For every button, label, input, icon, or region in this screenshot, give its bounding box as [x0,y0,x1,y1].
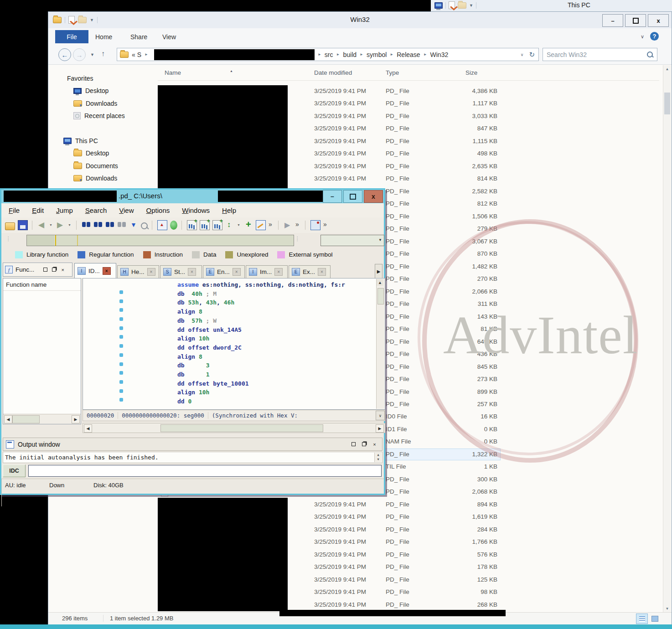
menu-help[interactable]: Help [222,206,236,214]
table-row[interactable]: 3/25/2019 9:41 PMPD_ File814 KB [48,173,663,185]
tab-file[interactable]: File [55,30,88,43]
table-row[interactable]: 3/25/2019 9:41 PMPD_ File1,117 KB [48,98,663,110]
breadcrumb-item[interactable]: symbol [367,51,387,58]
idc-button[interactable]: IDC [3,464,26,477]
tab-share[interactable]: Share [130,30,147,43]
back-button[interactable]: ← [58,48,71,61]
properties-icon[interactable] [449,1,455,9]
column-size[interactable]: Size [465,69,477,76]
output-log[interactable]: The initial autoanalysis has been finish… [3,452,383,463]
jump-down-arrow-icon[interactable] [129,221,138,230]
dropdown-icon[interactable] [237,221,241,230]
menu-options[interactable]: Options [146,206,170,214]
tabs-overflow-icon[interactable]: ▶ [375,264,383,278]
scroll-left-icon[interactable]: ◀ [84,424,92,433]
forward-button[interactable]: → [73,48,86,61]
table-row[interactable]: 3/25/2019 9:41 PMPD_ File178 KB [48,561,663,573]
scrollbar-thumb[interactable] [12,415,40,423]
debug-play-icon[interactable] [284,221,293,230]
table-row[interactable]: 3/25/2019 9:41 PMPD_ File98 KB [48,586,663,598]
scroll-up-icon[interactable]: ▲ [663,65,671,73]
maximize-button[interactable] [343,190,362,203]
close-button[interactable]: x [364,190,383,203]
tab-close-icon[interactable]: × [103,267,111,275]
binoc-icon[interactable] [105,221,114,230]
table-row[interactable]: 3/25/2019 9:41 PMPD_ File284 KB [48,524,663,536]
sync-dropdown-icon[interactable]: ∨ [376,411,385,420]
binoc-icon[interactable] [93,221,103,230]
snapshot-pencil-icon[interactable] [256,220,266,230]
output-window-header[interactable]: Output window × [3,438,383,451]
table-row[interactable]: 3/25/2019 9:41 PMPD_ File2,635 KB [48,160,663,173]
dropdown-icon[interactable] [68,221,72,230]
table-row[interactable]: 3/25/2019 9:41 PMPD_ File1,619 KB [48,511,663,523]
details-view-button[interactable] [636,614,648,624]
disassembly-hscrollbar[interactable]: ◀ ▶ [83,423,385,433]
dropdown-icon[interactable] [49,221,53,230]
menu-edit[interactable]: Edit [32,206,44,214]
binoc-icon[interactable] [82,221,91,230]
table-row[interactable]: 3/25/2019 9:41 PMPD_ File1,766 KB [48,536,663,548]
functions-panel-tab[interactable]: f Func... × [3,263,72,277]
address-bar[interactable]: « S ► ►src►build►symbol►Release►Win32 ∨ … [117,48,539,61]
search-gray-icon[interactable] [141,222,148,229]
maximize-button[interactable] [625,14,646,27]
scroll-up-icon[interactable]: ▲ [377,279,383,286]
navigation-combo[interactable] [320,235,384,246]
tab-close-icon[interactable]: × [188,268,196,276]
breadcrumb-item[interactable]: Win32 [430,51,449,58]
tab-view[interactable]: View [162,30,176,43]
overflow-icon[interactable] [295,221,301,230]
float-icon[interactable] [361,441,367,447]
plugin-green-icon[interactable] [244,221,253,230]
menu-jump[interactable]: Jump [56,206,73,214]
restore-icon[interactable] [351,441,357,447]
functions-hscrollbar[interactable]: ◀ ▶ [3,414,81,424]
search-icon[interactable] [647,52,653,57]
binoc-gray-icon[interactable] [117,221,126,230]
disassembly-vscrollbar[interactable]: ▲ [376,279,384,409]
navigation-band[interactable] [26,235,294,246]
tab-close-icon[interactable]: × [318,268,326,276]
menu-view[interactable]: View [119,206,134,214]
menu-file[interactable]: File [9,206,20,214]
back-arrow-icon[interactable] [37,221,47,230]
explorer-titlebar[interactable]: ▼ Win32 – x [48,12,672,28]
graph-image-icon[interactable] [157,220,167,230]
table-row[interactable]: 3/25/2019 9:41 PMPD_ File1,115 KB [48,135,663,148]
address-dropdown-icon[interactable]: ∨ [521,52,524,57]
minimize-button[interactable]: – [323,190,342,203]
refresh-icon[interactable]: ↻ [529,51,535,59]
function-name-header[interactable]: Function name [3,278,81,291]
overflow-icon[interactable] [323,221,329,230]
float-icon[interactable] [51,267,57,273]
ribbon-collapse-icon[interactable]: ∨ [641,34,644,40]
menu-search[interactable]: Search [85,206,107,214]
tab-close-icon[interactable]: × [233,268,241,276]
ida-titlebar[interactable]: .pd_ C:\Users\ – x [1,190,384,203]
tab-ida-view[interactable]: IID...× [74,263,116,278]
tab-enums[interactable]: EEn...× [203,265,245,278]
tab-close-icon[interactable]: × [274,268,283,276]
chevron-down-icon[interactable]: ▼ [469,3,473,8]
chart-icon[interactable] [187,220,197,230]
minimize-button[interactable]: – [602,14,623,27]
column-name[interactable]: Name [165,69,181,76]
menu-windows[interactable]: Windows [182,206,210,214]
close-icon[interactable]: × [372,441,377,447]
chart-icon[interactable] [200,220,210,230]
column-date-modified[interactable]: Date modified [314,69,352,76]
new-folder-icon[interactable] [458,2,466,9]
scroll-right-icon[interactable]: ▶ [376,424,384,433]
scrollbar-thumb[interactable] [160,424,323,432]
scroll-down-icon[interactable]: ▼ [663,605,671,613]
breadcrumb-item[interactable]: Release [397,51,420,58]
breadcrumb-item[interactable]: build [343,51,357,58]
tab-structures[interactable]: SSt...× [160,265,202,278]
column-type[interactable]: Type [386,69,399,76]
calculator-icon[interactable] [310,220,320,230]
tab-imports[interactable]: IIm...× [246,265,288,278]
breadcrumb-item[interactable]: src [325,51,333,58]
forward-arrow-icon[interactable] [56,221,65,230]
disassembly-view[interactable]: assume es:nothing, ss:nothing, ds:nothin… [83,278,385,410]
